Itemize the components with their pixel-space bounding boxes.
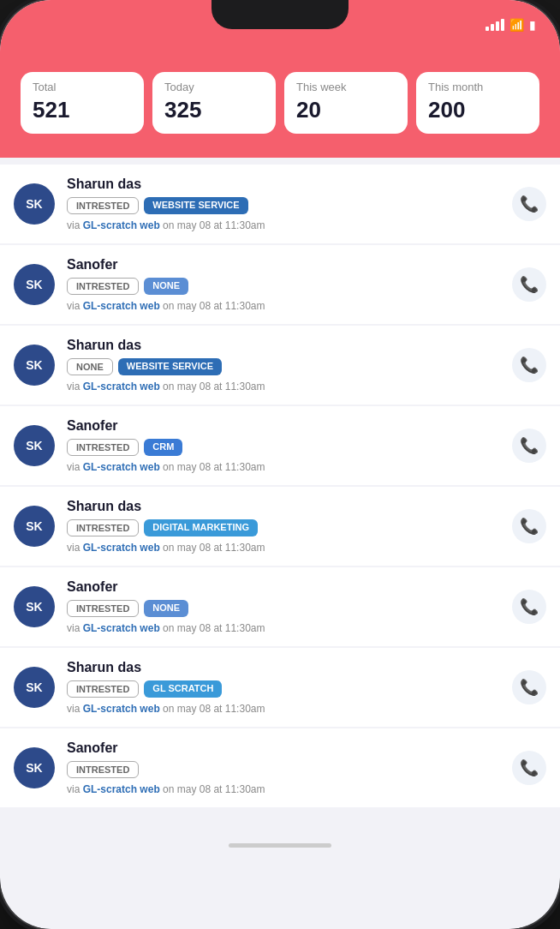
lead-time: on may 08 at 11:30am xyxy=(163,703,265,715)
lead-meta: via GL-scratch web on may 08 at 11:30am xyxy=(67,622,500,634)
call-button[interactable]: 📞 xyxy=(512,348,546,382)
lead-content: Sanofer INTRESTED via GL-scratch web on … xyxy=(67,740,500,795)
lead-content: Sharun das INTRESTEDDIGITAL MARKETING vi… xyxy=(67,499,500,554)
lead-time: on may 08 at 11:30am xyxy=(163,622,265,634)
tag: INTRESTED xyxy=(67,439,139,456)
phone-frame: 📶 ▮ Total 521 Today 325 xyxy=(0,0,560,929)
lead-name: Sharun das xyxy=(67,660,500,675)
call-button[interactable]: 📞 xyxy=(512,187,546,221)
tag: DIGITAL MARKETING xyxy=(144,519,258,536)
lead-name: Sanofer xyxy=(67,257,500,273)
tag: NONE xyxy=(144,600,188,617)
tag: INTRESTED xyxy=(67,197,139,214)
lead-name: Sharun das xyxy=(67,338,500,353)
lead-content: Sharun das NONEWEBSITE SERVICE via GL-sc… xyxy=(67,338,500,393)
lead-content: Sanofer INTRESTEDCRM via GL-scratch web … xyxy=(67,418,500,473)
call-button[interactable]: 📞 xyxy=(512,429,546,463)
lead-content: Sanofer INTRESTEDNONE via GL-scratch web… xyxy=(67,579,500,634)
tag: INTRESTED xyxy=(67,519,139,536)
lead-meta: via GL-scratch web on may 08 at 11:30am xyxy=(67,542,500,554)
lead-source: GL-scratch web xyxy=(83,622,160,634)
list-item[interactable]: SK Sanofer INTRESTEDNONE via GL-scratch … xyxy=(0,245,560,324)
lead-time: on may 08 at 11:30am xyxy=(163,461,265,473)
stat-label-3: This month xyxy=(428,81,527,93)
lead-list[interactable]: SK Sharun das INTRESTEDWEBSITE SERVICE v… xyxy=(0,158,560,838)
lead-time: on may 08 at 11:30am xyxy=(163,219,265,231)
stat-value-3: 200 xyxy=(428,97,527,123)
phone-icon: 📞 xyxy=(520,678,539,697)
header: Total 521 Today 325 This week 20 This mo… xyxy=(0,43,560,158)
list-item[interactable]: SK Sharun das INTRESTEDDIGITAL MARKETING… xyxy=(0,487,560,566)
phone-screen: 📶 ▮ Total 521 Today 325 xyxy=(0,0,560,929)
lead-time: on may 08 at 11:30am xyxy=(163,783,265,795)
stat-card-1: Today 325 xyxy=(152,72,276,134)
stat-value-1: 325 xyxy=(164,97,264,123)
list-item[interactable]: SK Sharun das INTRESTEDGL SCRATCH via GL… xyxy=(0,648,560,727)
lead-content: Sharun das INTRESTEDWEBSITE SERVICE via … xyxy=(67,177,500,231)
avatar: SK xyxy=(14,345,55,386)
stat-label-2: This week xyxy=(296,81,396,93)
lead-meta: via GL-scratch web on may 08 at 11:30am xyxy=(67,783,500,795)
tag: NONE xyxy=(144,278,188,295)
call-button[interactable]: 📞 xyxy=(512,267,546,302)
tags: NONEWEBSITE SERVICE xyxy=(67,358,500,375)
avatar: SK xyxy=(14,506,55,547)
lead-name: Sharun das xyxy=(67,177,500,192)
call-button[interactable]: 📞 xyxy=(512,670,546,704)
lead-meta: via GL-scratch web on may 08 at 11:30am xyxy=(67,219,500,231)
avatar: SK xyxy=(14,425,55,466)
list-item[interactable]: SK Sanofer INTRESTED via GL-scratch web … xyxy=(0,728,560,807)
tag: INTRESTED xyxy=(67,761,139,778)
stat-value-0: 521 xyxy=(33,97,132,123)
tag: CRM xyxy=(144,439,182,456)
tag: INTRESTED xyxy=(67,600,139,617)
avatar: SK xyxy=(14,667,55,708)
list-item[interactable]: SK Sharun das NONEWEBSITE SERVICE via GL… xyxy=(0,326,560,405)
phone-icon: 📞 xyxy=(520,356,539,375)
stat-card-3: This month 200 xyxy=(416,72,539,134)
tag: WEBSITE SERVICE xyxy=(144,197,247,214)
signal-bars-icon xyxy=(486,19,504,31)
lead-name: Sharun das xyxy=(67,499,500,514)
call-button[interactable]: 📞 xyxy=(512,590,546,624)
tags: INTRESTEDWEBSITE SERVICE xyxy=(67,197,500,214)
notch xyxy=(211,0,349,29)
lead-name: Sanofer xyxy=(67,740,500,756)
tags: INTRESTED xyxy=(67,761,500,778)
tag: NONE xyxy=(67,358,113,375)
wifi-icon: 📶 xyxy=(509,18,524,32)
tag: INTRESTED xyxy=(67,680,139,698)
avatar: SK xyxy=(14,264,55,305)
tag: WEBSITE SERVICE xyxy=(118,358,222,375)
tags: INTRESTEDGL SCRATCH xyxy=(67,680,500,698)
phone-icon: 📞 xyxy=(520,597,539,616)
lead-source: GL-scratch web xyxy=(83,300,160,312)
lead-time: on may 08 at 11:30am xyxy=(163,300,265,312)
phone-icon: 📞 xyxy=(520,517,539,536)
tags: INTRESTEDNONE xyxy=(67,600,500,617)
avatar: SK xyxy=(14,183,55,225)
call-button[interactable]: 📞 xyxy=(512,509,546,543)
call-button[interactable]: 📞 xyxy=(512,751,546,785)
lead-meta: via GL-scratch web on may 08 at 11:30am xyxy=(67,461,500,473)
list-item[interactable]: SK Sanofer INTRESTEDCRM via GL-scratch w… xyxy=(0,406,560,485)
stat-card-0: Total 521 xyxy=(21,72,144,134)
list-item[interactable]: SK Sanofer INTRESTEDNONE via GL-scratch … xyxy=(0,567,560,646)
list-item[interactable]: SK Sharun das INTRESTEDWEBSITE SERVICE v… xyxy=(0,165,560,243)
lead-content: Sharun das INTRESTEDGL SCRATCH via GL-sc… xyxy=(67,660,500,715)
status-icons: 📶 ▮ xyxy=(486,18,536,32)
avatar: SK xyxy=(14,586,55,627)
lead-time: on may 08 at 11:30am xyxy=(163,542,265,554)
stat-label-1: Today xyxy=(164,81,264,93)
lead-name: Sanofer xyxy=(67,579,500,595)
battery-icon: ▮ xyxy=(529,18,536,32)
phone-icon: 📞 xyxy=(520,436,539,455)
tag: INTRESTED xyxy=(67,278,139,295)
phone-icon: 📞 xyxy=(520,275,539,294)
stat-label-0: Total xyxy=(33,81,132,93)
lead-source: GL-scratch web xyxy=(83,219,160,231)
phone-icon: 📞 xyxy=(520,195,539,213)
stats-row: Total 521 Today 325 This week 20 This mo… xyxy=(21,72,539,134)
avatar: SK xyxy=(14,747,55,788)
tags: INTRESTEDDIGITAL MARKETING xyxy=(67,519,500,536)
